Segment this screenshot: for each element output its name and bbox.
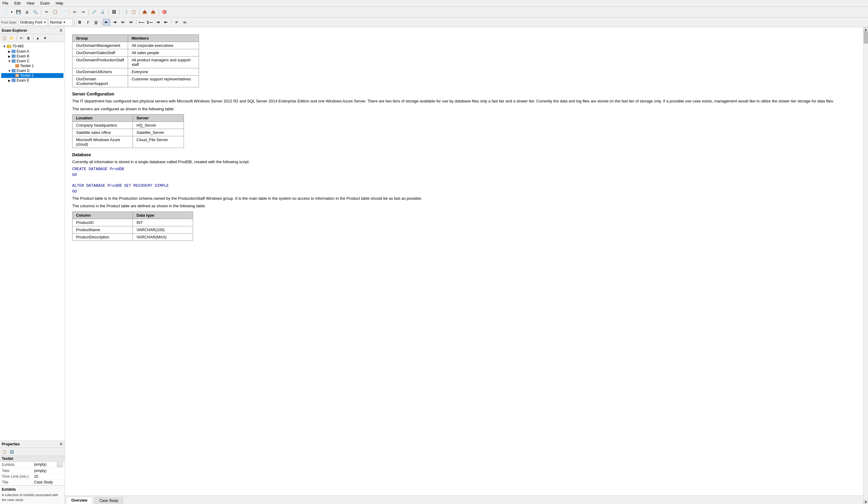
italic-btn[interactable]: I (84, 19, 92, 26)
cut-btn[interactable]: ✂ (43, 8, 50, 16)
tree-expand-examB[interactable]: ▶ (7, 55, 11, 58)
new-btn[interactable]: 📄 (1, 8, 9, 16)
menu-view[interactable]: View (25, 1, 35, 6)
menu-help[interactable]: Help (55, 1, 65, 6)
left-panel: Exam Explorer ✕ 📋 📁 ✏ 🗑 ▲ ▼ ▼ 70-465 (0, 27, 65, 504)
tree-expand-examD[interactable]: ▼ (7, 69, 11, 73)
product-row-1: ProductName VARCHAR(100) (72, 226, 193, 233)
tree-item-testlet1D[interactable]: Testlet 1 (1, 73, 63, 78)
svg-rect-14 (12, 79, 16, 82)
new-dropdown-btn[interactable]: ▼ (10, 8, 14, 16)
properties-close[interactable]: ✕ (59, 442, 63, 446)
product-table: Column Data type ProductID INT ProductNa… (72, 212, 193, 241)
tree-item-examC[interactable]: ▼ Exam C (1, 59, 63, 63)
ee-btn-up[interactable]: ▲ (34, 35, 41, 41)
style-dropdown[interactable]: Normal ▼ (49, 19, 73, 26)
exam-explorer-close[interactable]: ✕ (59, 28, 63, 33)
scroll-thumb[interactable] (864, 31, 868, 43)
exam-explorer-title: Exam Explorer (2, 28, 27, 33)
tab-overview[interactable]: Overview (66, 497, 92, 504)
scroll-up-btn[interactable]: ▲ (864, 27, 868, 31)
exhibits-edit-btn[interactable]: … (57, 462, 63, 467)
groups-row-3: OurDomain\AllUsers Everyone (72, 68, 199, 75)
menu-exam[interactable]: Exam (39, 1, 51, 6)
content-scroll[interactable]: Group Members OurDomain\Management All c… (65, 27, 863, 495)
tab-case-study[interactable]: Case Study (94, 497, 123, 504)
database-para: Currently all information is stored in a… (72, 159, 856, 165)
menu-edit[interactable]: Edit (13, 1, 22, 6)
tree-expand-examC[interactable]: ▼ (7, 60, 11, 63)
tree-item-examA[interactable]: ▶ Exam A (1, 49, 63, 54)
copy-btn[interactable]: 📋 (51, 8, 59, 16)
servers-intro: The servers are configured as shown in t… (72, 106, 856, 112)
ee-btn-2[interactable]: 📁 (9, 35, 15, 41)
import-btn[interactable]: 📥 (141, 8, 148, 16)
tree-expand-examA[interactable]: ▶ (7, 50, 11, 53)
tree-item-root[interactable]: ▼ 70-465 (1, 43, 63, 49)
database-para3: The columns in the Product table are def… (72, 203, 856, 209)
redo-btn[interactable]: ↪ (79, 8, 87, 16)
tb-sep-3 (89, 9, 89, 15)
ee-btn-1[interactable]: 📋 (1, 35, 8, 41)
properties-header: Properties ✕ (0, 441, 65, 448)
ee-btn-3[interactable]: ✏ (18, 35, 24, 41)
indent-increase-btn[interactable]: ⇥ (154, 19, 162, 26)
tree-expand-root[interactable]: ▼ (2, 45, 7, 48)
find-btn[interactable]: 🔎 (90, 8, 98, 16)
exhibits-desc: A collection of exhibits associated with… (2, 493, 63, 502)
tree-icon-examB (11, 54, 16, 58)
tree-item-testlet1C[interactable]: Testlet 1 (1, 63, 63, 68)
groups-row-0: OurDomain\Management All corporate execu… (72, 42, 199, 49)
prop-value-title: Case Study (32, 480, 65, 485)
paste-btn[interactable]: 📄 (60, 8, 68, 16)
exam-explorer-header: Exam Explorer ✕ (0, 27, 65, 34)
print-btn[interactable]: 🖨 (23, 8, 31, 16)
align-center-btn[interactable]: ⇥ (111, 19, 118, 26)
tb-sep-7 (158, 9, 159, 15)
menu-file[interactable]: File (1, 1, 9, 6)
print-preview-btn[interactable]: 🔍 (31, 8, 39, 16)
scroll-track[interactable] (864, 31, 868, 500)
tree-item-examB[interactable]: ▶ Exam B (1, 54, 63, 59)
font-name-dropdown[interactable]: Ordinary Font ▼ (19, 19, 48, 26)
servers-table: Location Server Company headquarters HQ_… (72, 114, 184, 148)
undo-btn[interactable]: ↩ (71, 8, 79, 16)
prop-btn-2[interactable]: 🔢 (9, 449, 15, 455)
underline-btn[interactable]: U (92, 19, 100, 26)
bullet-list-btn[interactable]: •— (138, 19, 145, 26)
tree-label-testlet1D: Testlet 1 (20, 73, 34, 78)
numbered-list-btn[interactable]: 1— (146, 19, 153, 26)
tree-item-examE[interactable]: ▶ Exam E (1, 78, 63, 83)
export-btn[interactable]: 📤 (149, 8, 157, 16)
tree-item-examD[interactable]: ▼ Exam D (1, 68, 63, 73)
product-cell-dt-1: VARCHAR(100) (133, 226, 193, 233)
indent-decrease-btn[interactable]: ⇤ (163, 19, 170, 26)
subscript-btn[interactable]: x₂ (181, 19, 188, 26)
prop-value-tabs: (empty) (32, 468, 65, 474)
superscript-btn[interactable]: x² (173, 19, 180, 26)
bold-btn[interactable]: B (76, 19, 83, 26)
font-style-label: Font Style: (1, 21, 17, 24)
image-btn[interactable]: 🖼 (110, 8, 118, 16)
align-right-btn[interactable]: ⇦ (119, 19, 126, 26)
align-left-btn[interactable]: ⇤ (103, 19, 110, 26)
servers-cell-srv-0: HQ_Server (133, 122, 184, 129)
findreplace-btn[interactable]: 🔬 (99, 8, 107, 16)
align-justify-btn[interactable]: ⇨ (127, 19, 135, 26)
extra-btn[interactable]: 🎯 (161, 8, 168, 16)
product-cell-col-2: ProductDescription (72, 233, 133, 240)
save-btn[interactable]: 💾 (14, 8, 22, 16)
table1-btn[interactable]: 📑 (121, 8, 129, 16)
servers-row-2: Microsoft Windows Azure(cloud) Cloud_Fil… (72, 136, 184, 148)
prop-btn-1[interactable]: 📋 (1, 449, 8, 455)
table2-btn[interactable]: 📋 (130, 8, 137, 16)
tree-label-examD: Exam D (17, 69, 30, 73)
prop-row-title: Title Case Study (0, 480, 65, 485)
tree-expand-examE[interactable]: ▶ (7, 79, 11, 82)
prop-key-title: Title (0, 480, 32, 485)
ee-btn-4[interactable]: 🗑 (25, 35, 32, 41)
svg-rect-0 (7, 45, 11, 48)
groups-cell-group-3: OurDomain\AllUsers (72, 68, 128, 75)
scroll-down-btn[interactable]: ▼ (864, 500, 868, 504)
ee-btn-down[interactable]: ▼ (42, 35, 48, 41)
